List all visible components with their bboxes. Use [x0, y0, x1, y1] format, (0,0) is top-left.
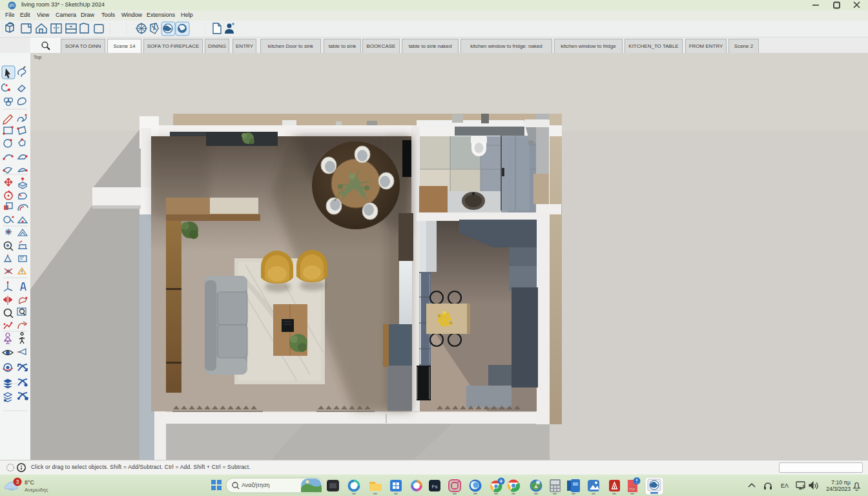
svg-text:Αναζήτηση: Αναζήτηση: [242, 482, 269, 488]
svg-text:7:10 πμ: 7:10 πμ: [831, 479, 851, 486]
svg-text:Ανεμώδης: Ανεμώδης: [25, 487, 48, 493]
svg-text:Fs: Fs: [432, 484, 438, 490]
svg-text:3: 3: [16, 479, 19, 485]
svg-text:8°C: 8°C: [25, 479, 35, 486]
svg-text:ΕΛ: ΕΛ: [781, 482, 789, 489]
svg-text:PDF: PDF: [630, 488, 636, 491]
svg-text:24/3/2023: 24/3/2023: [826, 486, 851, 492]
